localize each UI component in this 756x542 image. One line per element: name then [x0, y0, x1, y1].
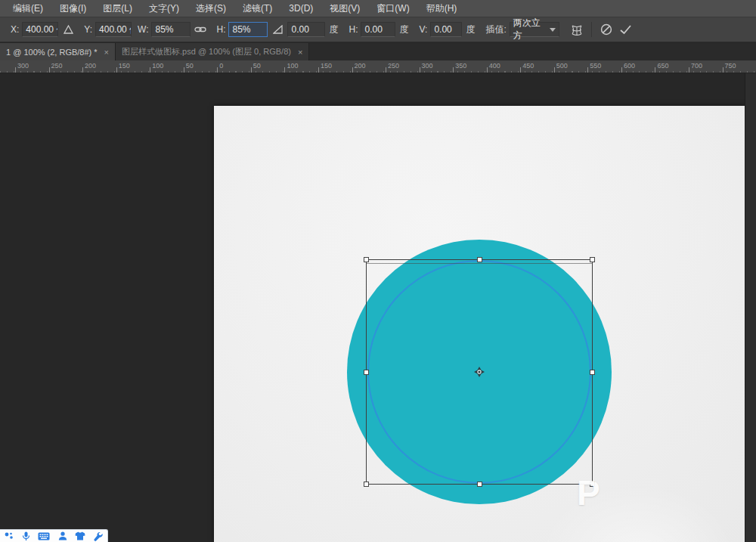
- ruler-major-tick: [352, 67, 353, 73]
- width-label: W:: [138, 24, 148, 35]
- ruler-label: 450: [522, 62, 534, 70]
- microphone-icon[interactable]: [22, 531, 30, 541]
- document-tab-inactive[interactable]: 图层样式做图标.psd @ 100% (图层 0, RGB/8) ×: [116, 43, 309, 60]
- options-separator: [591, 22, 592, 37]
- cancel-transform-button[interactable]: [598, 21, 615, 38]
- ruler-label: 400: [489, 62, 500, 70]
- menu-item-edit[interactable]: 编辑(E): [5, 0, 51, 17]
- ruler-label: 50: [186, 62, 194, 70]
- relative-position-toggle[interactable]: [60, 21, 76, 38]
- ruler-label: 550: [590, 62, 601, 70]
- keyboard-icon[interactable]: [38, 532, 50, 540]
- ime-logo-icon[interactable]: [5, 531, 14, 540]
- cancel-icon: [600, 23, 612, 36]
- warp-mode-toggle-button[interactable]: [569, 21, 585, 38]
- ruler-major-tick: [655, 67, 655, 73]
- h-skew-unit: 度: [399, 23, 408, 36]
- menu-item-window[interactable]: 窗口(W): [368, 0, 417, 17]
- x-position-field[interactable]: 400.00 像素: [22, 22, 58, 37]
- canvas-document: P: [214, 106, 745, 542]
- ime-toolbar: [0, 529, 108, 542]
- ruler-major-tick: [318, 67, 319, 73]
- wrench-settings-icon[interactable]: [94, 531, 103, 541]
- ruler-major-tick: [82, 67, 83, 73]
- h-skew-label: H:: [349, 24, 358, 35]
- ruler-label: 250: [388, 62, 399, 70]
- transform-handle-middle-left[interactable]: [364, 370, 369, 375]
- menu-item-layer[interactable]: 图层(L): [94, 0, 141, 17]
- y-position-field[interactable]: 400.00 像素: [95, 22, 132, 37]
- ruler-major-tick: [453, 67, 454, 73]
- interpolation-dropdown[interactable]: 两次立方: [510, 22, 559, 37]
- user-icon[interactable]: [58, 531, 67, 540]
- workspace-pasteboard: P: [0, 73, 756, 542]
- site-watermark: P: [577, 472, 600, 513]
- menu-item-help[interactable]: 帮助(H): [418, 0, 466, 17]
- ruler-label: 200: [355, 62, 366, 70]
- horizontal-ruler[interactable]: 3002502001501005005010015020025030035040…: [0, 60, 756, 73]
- ruler-label: 350: [455, 62, 466, 70]
- ruler-major-tick: [15, 67, 16, 73]
- transform-handle-middle-right[interactable]: [590, 370, 595, 375]
- height-scale-field[interactable]: 85%: [228, 22, 268, 37]
- reference-point-icon: [474, 367, 485, 377]
- interpolation-label: 插值:: [485, 23, 506, 36]
- ruler-major-tick: [520, 67, 521, 73]
- commit-transform-button[interactable]: [618, 21, 634, 38]
- ruler-major-tick: [386, 67, 386, 73]
- transform-handle-top-left[interactable]: [364, 257, 369, 262]
- tab-close-icon[interactable]: ×: [298, 48, 302, 57]
- ruler-major-tick: [116, 67, 117, 73]
- ruler-major-tick: [150, 67, 150, 73]
- y-label: Y:: [84, 24, 92, 35]
- ruler-label: 750: [725, 62, 736, 70]
- transform-handle-bottom-middle[interactable]: [477, 482, 482, 487]
- menu-bar: 编辑(E) 图像(I) 图层(L) 文字(Y) 选择(S) 滤镜(T) 3D(D…: [0, 0, 756, 17]
- ruler-label: 50: [253, 62, 261, 70]
- ruler-label: 150: [321, 62, 332, 70]
- v-skew-field[interactable]: 0.00: [430, 22, 462, 37]
- document-tab-active[interactable]: 1 @ 100% (2, RGB/8#) * ×: [0, 43, 116, 60]
- ruler-major-tick: [621, 67, 622, 73]
- transform-handle-bottom-left[interactable]: [364, 482, 369, 487]
- document-tab-title: 图层样式做图标.psd @ 100% (图层 0, RGB/8): [122, 46, 291, 57]
- ruler-major-tick: [217, 67, 218, 73]
- menu-item-filter[interactable]: 滤镜(T): [234, 0, 280, 17]
- bounding-box-inner-line: [367, 263, 592, 264]
- ruler-label: 200: [85, 62, 96, 70]
- ruler-major-tick: [723, 67, 723, 73]
- v-skew-label: V:: [419, 24, 427, 35]
- right-panel-edge: [745, 73, 756, 542]
- transform-reference-point[interactable]: [474, 367, 485, 377]
- ruler-label: 650: [657, 62, 668, 70]
- warp-grid-icon: [571, 24, 583, 36]
- menu-item-select[interactable]: 选择(S): [187, 0, 234, 17]
- ruler-label: 0: [219, 62, 223, 70]
- ruler-label: 100: [152, 62, 163, 70]
- ruler-label: 600: [624, 62, 635, 70]
- transform-options-bar: X: 400.00 像素 Y: 400.00 像素 W: 85% H: 85% …: [0, 17, 756, 42]
- h-skew-field[interactable]: 0.00: [361, 22, 395, 37]
- x-label: X:: [11, 24, 19, 35]
- skin-shirt-icon[interactable]: [75, 531, 85, 540]
- ruler-label: 100: [287, 62, 298, 70]
- chevron-down-icon: [550, 28, 556, 32]
- menu-item-3d[interactable]: 3D(D): [280, 0, 321, 17]
- ruler-label: 250: [51, 62, 63, 70]
- tab-close-icon[interactable]: ×: [104, 48, 109, 57]
- link-aspect-ratio-button[interactable]: [192, 21, 209, 38]
- width-scale-field[interactable]: 85%: [151, 22, 191, 37]
- ruler-major-tick: [49, 67, 50, 73]
- ruler-major-tick: [184, 67, 184, 73]
- transform-handle-top-right[interactable]: [590, 257, 595, 262]
- ruler-label: 500: [556, 62, 568, 70]
- ruler-major-tick: [251, 67, 252, 73]
- menu-item-view[interactable]: 视图(V): [321, 0, 368, 17]
- rotate-icon: [269, 21, 286, 38]
- menu-item-image[interactable]: 图像(I): [51, 0, 94, 17]
- menu-item-type[interactable]: 文字(Y): [141, 0, 187, 17]
- ruler-major-tick: [554, 67, 555, 73]
- rotation-field[interactable]: 0.00: [287, 22, 325, 37]
- transform-handle-top-middle[interactable]: [477, 257, 482, 262]
- height-label: H:: [216, 24, 225, 35]
